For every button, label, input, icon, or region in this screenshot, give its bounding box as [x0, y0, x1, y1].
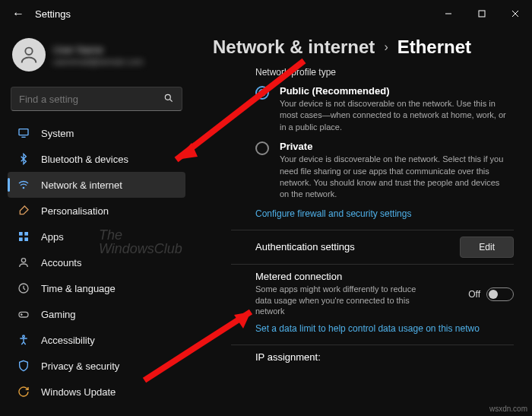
- radio-public-title: Public (Recommended): [280, 85, 506, 97]
- sidebar-item-time[interactable]: Time & language: [8, 275, 185, 301]
- bluetooth-icon: [17, 153, 30, 165]
- divider: [231, 345, 514, 345]
- sidebar-item-label: Gaming: [41, 309, 76, 320]
- svg-rect-16: [19, 312, 28, 317]
- profile-name: User Name: [53, 44, 144, 56]
- update-icon: [17, 386, 30, 398]
- sidebar-item-network[interactable]: Network & internet: [8, 172, 185, 198]
- sidebar-item-label: Bluetooth & devices: [41, 154, 128, 165]
- svg-point-14: [21, 259, 25, 262]
- metered-toggle[interactable]: [486, 287, 514, 301]
- firewall-link[interactable]: Configure firewall and security settings: [255, 208, 514, 219]
- ip-row: IP assignment:: [255, 351, 514, 363]
- ip-heading: IP assignment:: [255, 351, 321, 363]
- svg-rect-7: [19, 129, 28, 135]
- auth-title: Authentication settings: [255, 241, 355, 252]
- title-bar: ← Settings: [0, 0, 532, 27]
- svg-rect-11: [24, 232, 28, 236]
- radio-private-desc: Your device is discoverable on the netwo…: [280, 154, 506, 201]
- toggle-state-label: Off: [468, 289, 480, 300]
- sidebar-item-label: Accessibility: [41, 335, 95, 346]
- brush-icon: [17, 205, 30, 217]
- edit-button[interactable]: Edit: [460, 237, 514, 258]
- apps-icon: [17, 230, 30, 243]
- radio-private-title: Private: [280, 141, 506, 152]
- radio-button-unchecked[interactable]: [255, 141, 269, 155]
- datalimit-link[interactable]: Set a data limit to help control data us…: [255, 323, 514, 334]
- metered-row: Metered connection Some apps might work …: [255, 271, 514, 318]
- accounts-icon: [17, 256, 30, 268]
- sidebar-item-accessibility[interactable]: Accessibility: [8, 327, 185, 353]
- sidebar-item-label: Time & language: [41, 283, 116, 294]
- sidebar-item-label: System: [41, 128, 74, 139]
- sidebar-item-update[interactable]: Windows Update: [8, 379, 185, 405]
- breadcrumb-leaf: Ethernet: [397, 37, 471, 58]
- sidebar-item-label: Accounts: [41, 257, 81, 268]
- svg-point-4: [25, 48, 32, 55]
- metered-desc: Some apps might work differently to redu…: [255, 284, 423, 318]
- sidebar-item-label: Privacy & security: [41, 360, 119, 372]
- divider: [231, 264, 514, 265]
- svg-point-5: [165, 94, 170, 100]
- chevron-right-icon: ›: [384, 40, 388, 54]
- radio-public-desc: Your device is not discoverable on the n…: [280, 98, 506, 133]
- maximize-button[interactable]: [465, 0, 499, 27]
- gaming-icon: [17, 308, 30, 320]
- svg-point-9: [23, 187, 24, 188]
- breadcrumb-parent[interactable]: Network & internet: [213, 37, 375, 58]
- sidebar-item-gaming[interactable]: Gaming: [8, 301, 185, 327]
- network-profile-heading: Network profile type: [255, 67, 514, 78]
- auth-row: Authentication settings Edit: [255, 237, 514, 258]
- sidebar-item-label: Apps: [41, 231, 64, 243]
- svg-rect-10: [19, 232, 23, 236]
- metered-title: Metered connection: [255, 271, 423, 282]
- svg-line-6: [170, 99, 173, 101]
- sidebar-item-label: Network & internet: [41, 179, 122, 191]
- sidebar-item-system[interactable]: System: [8, 120, 185, 146]
- radio-private[interactable]: Private Your device is discoverable on t…: [255, 141, 506, 201]
- search-input[interactable]: [19, 94, 163, 105]
- breadcrumb: Network & internet › Ethernet: [213, 37, 514, 58]
- svg-rect-13: [24, 237, 28, 241]
- profile-email: useremail@domain.com: [53, 57, 144, 66]
- wifi-icon: [17, 179, 30, 191]
- system-icon: [17, 127, 30, 139]
- window-title: Settings: [35, 8, 71, 20]
- radio-public[interactable]: Public (Recommended) Your device is not …: [255, 85, 506, 133]
- svg-rect-1: [479, 11, 485, 17]
- radio-button-checked[interactable]: [255, 86, 269, 100]
- sidebar: User Name useremail@domain.com System Bl…: [0, 27, 192, 416]
- shield-icon: [17, 360, 30, 372]
- accessibility-icon: [17, 334, 30, 346]
- sidebar-item-label: Personalisation: [41, 205, 109, 217]
- close-button[interactable]: [499, 0, 532, 27]
- sidebar-item-apps[interactable]: Apps: [8, 224, 185, 249]
- profile[interactable]: User Name useremail@domain.com: [8, 35, 185, 81]
- sidebar-item-accounts[interactable]: Accounts: [8, 249, 185, 275]
- time-icon: [17, 282, 30, 294]
- svg-rect-12: [19, 237, 23, 241]
- search-box[interactable]: [11, 87, 182, 111]
- sidebar-item-personalisation[interactable]: Personalisation: [8, 198, 185, 224]
- sidebar-item-bluetooth[interactable]: Bluetooth & devices: [8, 146, 185, 172]
- source-watermark: wsxdn.com: [489, 405, 527, 413]
- content-pane: Network & internet › Ethernet Network pr…: [192, 27, 532, 416]
- divider: [231, 230, 514, 230]
- nav-list: System Bluetooth & devices Network & int…: [8, 120, 185, 405]
- search-icon: [163, 93, 174, 106]
- minimize-button[interactable]: [432, 0, 465, 27]
- sidebar-item-privacy[interactable]: Privacy & security: [8, 353, 185, 379]
- svg-point-19: [23, 335, 25, 338]
- avatar: [12, 38, 46, 71]
- sidebar-item-label: Windows Update: [41, 386, 116, 398]
- back-button[interactable]: ←: [8, 7, 29, 21]
